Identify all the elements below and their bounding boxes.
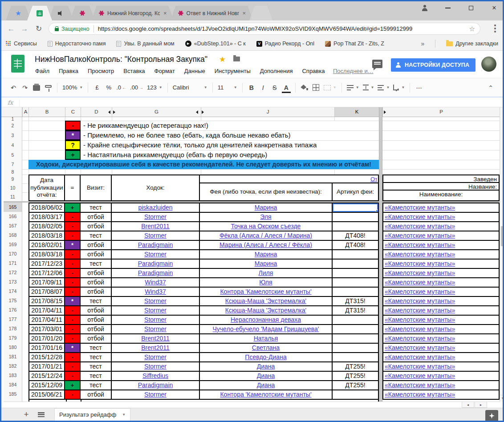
cell-visit[interactable]: отбой: [81, 222, 112, 231]
fairy-link[interactable]: Диана: [257, 363, 275, 370]
collapse-toolbar-icon[interactable]: ⌃: [485, 82, 496, 93]
cell-club[interactable]: «Камелотские мутанты»: [383, 306, 499, 316]
menu-Справка[interactable]: Справка: [302, 68, 325, 74]
cell-club[interactable]: «Камелотские мутанты»: [383, 222, 499, 231]
walker-link[interactable]: Paradigmain: [138, 381, 173, 389]
header-club-top[interactable]: Заведен: [383, 175, 499, 183]
cell-walker[interactable]: Paradigmain: [112, 269, 200, 277]
cell-mark[interactable]: -: [65, 316, 81, 324]
cell-mark[interactable]: -: [65, 325, 81, 333]
cell-mark[interactable]: *: [65, 241, 81, 249]
cell-walker[interactable]: Stormer: [112, 213, 200, 221]
redo-icon[interactable]: ↷: [19, 82, 31, 93]
row-header-9[interactable]: 9: [4, 174, 22, 183]
row-header-5[interactable]: 5: [4, 150, 22, 160]
fill-color-icon[interactable]: [299, 82, 310, 93]
cell-date[interactable]: 2015/12/09: [29, 381, 65, 390]
cell-date[interactable]: 2017/09/11: [29, 278, 65, 287]
header-date[interactable]: Дата публикации отчёта:: [29, 175, 65, 200]
row-header-170[interactable]: 170: [4, 249, 22, 259]
cell-date[interactable]: 2017/03/01: [29, 325, 65, 333]
profile-icon[interactable]: [419, 3, 431, 13]
cell-mark[interactable]: -: [65, 250, 81, 259]
row-header-4[interactable]: 4: [4, 140, 22, 150]
cell-mark[interactable]: -: [65, 269, 81, 277]
club-link[interactable]: «Камелотские мутанты»: [385, 297, 455, 304]
bookmarks-overflow-icon[interactable]: »: [421, 40, 424, 47]
italic-button[interactable]: I: [257, 82, 269, 93]
cell-mark[interactable]: -: [65, 306, 81, 315]
browser-tab[interactable]: Ответ в Нижний Новгор×: [171, 6, 253, 20]
cell-date[interactable]: 2017/12/23: [29, 260, 65, 268]
hidden-columns-marker-icon[interactable]: [202, 110, 204, 114]
cell-club[interactable]: «Камелотские мутанты»: [383, 269, 499, 278]
cell-fairy[interactable]: Псевдо-Диана: [200, 353, 333, 361]
row-header-176[interactable]: 176: [4, 305, 22, 315]
cell-sku[interactable]: ДТ255!: [333, 362, 378, 371]
cell-club[interactable]: «Камелотские мутанты»: [383, 241, 499, 250]
cell-sku[interactable]: ДТ408!: [333, 231, 378, 240]
club-link[interactable]: «Камелотские мутанты»: [385, 391, 455, 398]
fairy-link[interactable]: Диана: [257, 372, 275, 379]
cell-date[interactable]: 2017/04/11: [29, 306, 65, 315]
club-link[interactable]: «Камелотские мутанты»: [385, 288, 455, 295]
walker-link[interactable]: Stormer: [144, 307, 167, 314]
refresh-icon[interactable]: ↻: [33, 24, 44, 34]
text-wrap-icon[interactable]: ▼: [376, 82, 391, 93]
cell-fairy[interactable]: Юля: [200, 278, 333, 287]
cell-date[interactable]: 2017/12/06: [29, 269, 65, 277]
cell-date[interactable]: 2017/01/21: [29, 362, 65, 371]
cell-mark[interactable]: +: [65, 203, 81, 212]
cell-sku[interactable]: ДТ408!: [333, 241, 378, 249]
frozen-rows-divider[interactable]: [4, 201, 500, 203]
cell-sku[interactable]: [333, 222, 378, 231]
bookmark-item[interactable]: Недостаточно памя: [48, 41, 106, 47]
cell-visit[interactable]: отбой: [81, 288, 112, 296]
walker-link[interactable]: Paradigmain: [138, 269, 173, 276]
cell-club[interactable]: «Камелотские мутанты»: [383, 362, 499, 372]
cell-walker[interactable]: Stormer: [112, 306, 200, 315]
cell-sku[interactable]: ДТ315!: [333, 306, 378, 315]
header-sku[interactable]: Артикул феи:: [333, 183, 378, 200]
menu-Файл[interactable]: Файл: [35, 68, 49, 74]
text-rotation-icon[interactable]: ▼: [391, 82, 406, 93]
fairy-link[interactable]: Нераспознанная деваха: [231, 316, 301, 323]
hidden-columns-marker-icon[interactable]: [196, 110, 198, 114]
scroll-left-icon[interactable]: ◄: [462, 402, 474, 408]
cell-walker[interactable]: Wind37: [112, 288, 200, 296]
cell-fairy[interactable]: Контора 'Камелотские мутанты': [200, 390, 333, 399]
cell-club[interactable]: «Камелотские мутанты»: [383, 260, 499, 269]
cell-sku[interactable]: ДТ255!: [333, 372, 378, 380]
bookmark-item[interactable]: Сервисы: [6, 41, 37, 47]
row-header-172[interactable]: 172: [4, 268, 22, 277]
legend-color-cell[interactable]: +: [65, 150, 81, 160]
legend-color-cell[interactable]: -: [65, 121, 81, 130]
cell-fairy[interactable]: Контора 'Камелотские мутанты': [200, 288, 333, 296]
fairy-link[interactable]: Марина: [255, 260, 277, 267]
cell-fairy[interactable]: Точка на Окском съезде: [200, 222, 333, 231]
cell-mark[interactable]: -: [65, 390, 81, 399]
club-link[interactable]: «Камелотские мутанты»: [385, 344, 455, 351]
cell-fairy[interactable]: Фёкла (Алиса / Алеся / Марина): [200, 231, 333, 240]
club-link[interactable]: «Камелотские мутанты»: [385, 335, 455, 342]
cell-date[interactable]: 2018/06/02: [29, 203, 65, 212]
formula-input[interactable]: [19, 99, 503, 106]
cell-mark[interactable]: -: [65, 334, 81, 343]
walker-link[interactable]: Brent2011: [141, 335, 170, 342]
menu-Дополнения[interactable]: Дополнения: [260, 68, 293, 74]
walker-link[interactable]: Stormer: [144, 251, 167, 258]
borders-icon[interactable]: [310, 82, 322, 93]
fairy-link[interactable]: Точка на Окском съезде: [231, 223, 301, 230]
cell-mark[interactable]: -: [65, 231, 81, 240]
fairy-link[interactable]: Юля: [259, 279, 272, 286]
row-header-174[interactable]: 174: [4, 287, 22, 296]
strikethrough-button[interactable]: S: [269, 82, 280, 93]
frozen-columns-divider[interactable]: [379, 107, 382, 402]
browser-tab[interactable]: [70, 6, 95, 20]
cell-fairy[interactable]: Диана: [200, 372, 333, 380]
browser-menu-icon[interactable]: •••: [491, 24, 499, 33]
fairy-link[interactable]: Марина: [255, 204, 277, 211]
club-link[interactable]: «Камелотские мутанты»: [385, 381, 455, 389]
close-button[interactable]: ×: [488, 3, 500, 13]
club-link[interactable]: «Камелотские мутанты»: [385, 363, 455, 370]
